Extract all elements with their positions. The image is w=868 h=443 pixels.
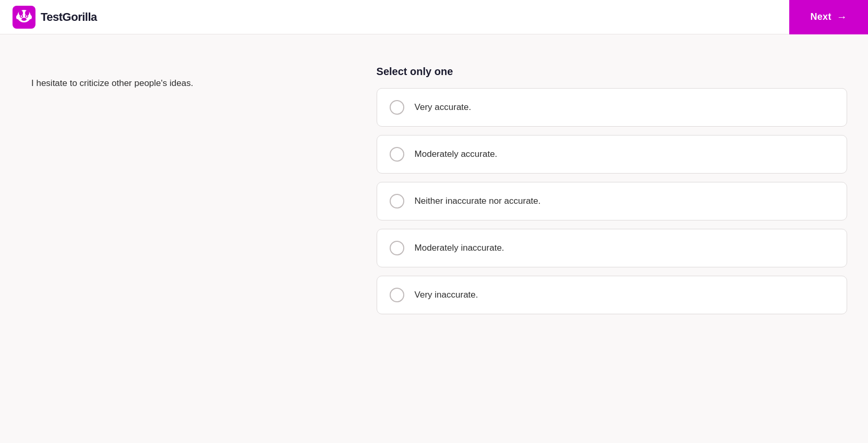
- header: TestGorilla Next →: [0, 0, 868, 34]
- question-panel: I hesitate to criticize other people's i…: [21, 66, 356, 323]
- logo-text: TestGorilla: [41, 10, 97, 24]
- option-item-5[interactable]: Very inaccurate.: [377, 276, 847, 314]
- logo-area: TestGorilla: [13, 6, 97, 29]
- option-label-5: Very inaccurate.: [415, 290, 478, 300]
- svg-point-8: [29, 15, 32, 19]
- options-panel: Select only one Very accurate. Moderatel…: [377, 66, 847, 323]
- option-label-4: Moderately inaccurate.: [415, 243, 504, 253]
- logo-icon: [13, 6, 35, 29]
- option-label-3: Neither inaccurate nor accurate.: [415, 196, 541, 206]
- next-arrow-icon: →: [837, 11, 847, 23]
- option-item-1[interactable]: Very accurate.: [377, 88, 847, 127]
- option-item-4[interactable]: Moderately inaccurate.: [377, 229, 847, 267]
- radio-circle-3: [390, 194, 404, 208]
- svg-point-7: [16, 15, 19, 19]
- svg-point-6: [21, 18, 27, 21]
- radio-circle-2: [390, 147, 404, 162]
- next-button-label: Next: [810, 11, 831, 22]
- svg-point-9: [21, 15, 22, 17]
- radio-circle-1: [390, 100, 404, 115]
- option-label-2: Moderately accurate.: [415, 149, 498, 159]
- question-text: I hesitate to criticize other people's i…: [31, 76, 345, 90]
- radio-circle-5: [390, 288, 404, 302]
- next-button[interactable]: Next →: [789, 0, 868, 34]
- main-content: I hesitate to criticize other people's i…: [0, 34, 868, 354]
- option-item-2[interactable]: Moderately accurate.: [377, 135, 847, 174]
- option-item-3[interactable]: Neither inaccurate nor accurate.: [377, 182, 847, 220]
- option-label-1: Very accurate.: [415, 102, 472, 113]
- select-label: Select only one: [377, 66, 847, 78]
- radio-circle-4: [390, 241, 404, 255]
- svg-point-10: [26, 15, 28, 17]
